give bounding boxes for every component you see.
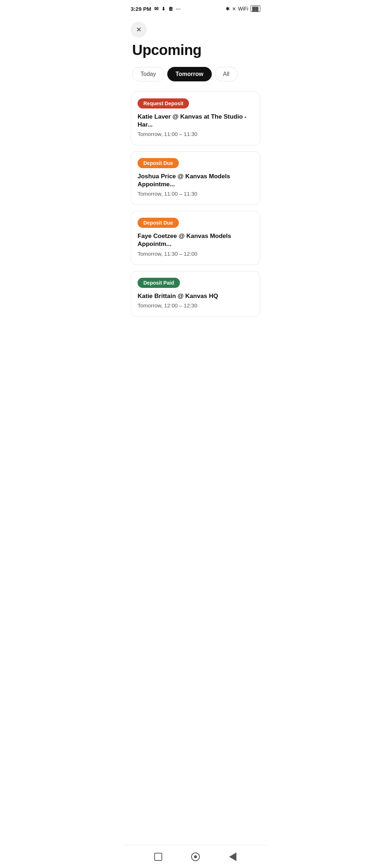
appointment-card-4[interactable]: Deposit Paid Katie Brittain @ Kanvas HQ … <box>131 271 260 317</box>
appointment-name-2: Joshua Price @ Kanvas Models Appointme..… <box>138 173 253 188</box>
appointment-name-4: Katie Brittain @ Kanvas HQ <box>138 292 253 300</box>
status-icons: ✱ ✕ WiFi ▓▓ <box>226 5 261 12</box>
appointment-time-3: Tomorrow, 11:30 – 12:00 <box>138 251 253 257</box>
status-bar: 3:29 PM ✉ ⬇ 🗑 ··· ✱ ✕ WiFi ▓▓ <box>125 0 266 16</box>
signal-x-icon: ✕ <box>232 6 236 12</box>
appointment-time-1: Tomorrow, 11:00 – 11:30 <box>138 131 253 137</box>
more-icon: ··· <box>176 6 181 12</box>
badge-deposit-paid: Deposit Paid <box>138 278 180 288</box>
appointment-card-1[interactable]: Request Deposit Katie Laver @ Kanvas at … <box>131 92 260 145</box>
time-display: 3:29 PM <box>131 6 151 12</box>
tab-all[interactable]: All <box>215 67 238 81</box>
appointment-card-3[interactable]: Deposit Due Faye Coetzee @ Kanvas Models… <box>131 211 260 265</box>
tab-tomorrow[interactable]: Tomorrow <box>167 67 212 81</box>
filter-tabs: Today Tomorrow All <box>125 67 266 92</box>
download-icon: ⬇ <box>161 6 165 12</box>
badge-deposit-due-2: Deposit Due <box>138 218 179 228</box>
mail-icon: ✉ <box>154 6 159 12</box>
status-time: 3:29 PM ✉ ⬇ 🗑 ··· <box>131 6 181 12</box>
appointment-time-2: Tomorrow, 11:00 – 11:30 <box>138 191 253 197</box>
close-button[interactable]: ✕ <box>131 22 147 38</box>
battery-icon: ▓▓ <box>251 5 261 12</box>
bluetooth-icon: ✱ <box>226 6 230 12</box>
appointments-list: Request Deposit Katie Laver @ Kanvas at … <box>125 92 266 317</box>
wifi-icon: WiFi <box>238 6 248 12</box>
tab-today[interactable]: Today <box>132 67 164 81</box>
badge-deposit-due-1: Deposit Due <box>138 158 179 168</box>
page-title: Upcoming <box>125 42 266 67</box>
trash-icon: 🗑 <box>168 6 173 12</box>
badge-request-deposit: Request Deposit <box>138 98 189 109</box>
appointment-name-1: Katie Laver @ Kanvas at The Studio - Har… <box>138 113 253 129</box>
appointment-name-3: Faye Coetzee @ Kanvas Models Appointm... <box>138 232 253 248</box>
appointment-card-2[interactable]: Deposit Due Joshua Price @ Kanvas Models… <box>131 151 260 205</box>
close-icon: ✕ <box>136 26 142 34</box>
appointment-time-4: Tomorrow, 12:00 – 12:30 <box>138 302 253 309</box>
